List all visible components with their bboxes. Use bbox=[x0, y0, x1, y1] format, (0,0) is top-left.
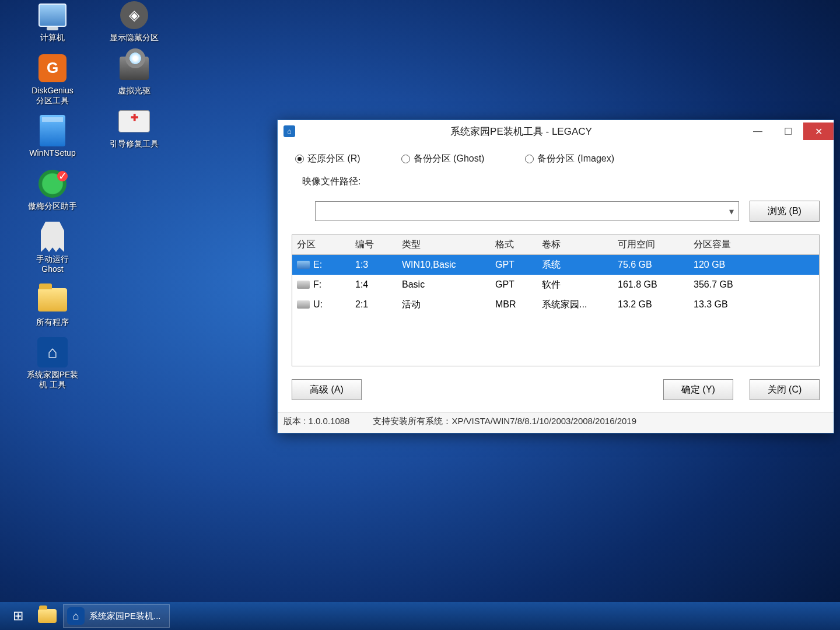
window-title: 系统家园PE装机工具 - LEGACY bbox=[300, 125, 743, 138]
ghosticon-icon bbox=[41, 222, 64, 252]
app-icon: ⌂ bbox=[284, 125, 295, 137]
desktop-icon-label: 引导修复工具 bbox=[110, 139, 159, 149]
desktop-icon-hidpart[interactable]: 显示隐藏分区 bbox=[99, 0, 169, 43]
status-bar: 版本 : 1.0.0.1088 支持安装所有系统：XP/VISTA/WIN7/8… bbox=[278, 412, 834, 433]
folder-icon bbox=[38, 288, 67, 312]
drive-icon bbox=[297, 281, 310, 289]
desktop-icon-folder[interactable]: 所有程序 bbox=[18, 285, 88, 327]
desktop-icon-monitor[interactable]: 计算机 bbox=[18, 0, 88, 43]
advanced-button[interactable]: 高级 (A) bbox=[292, 379, 362, 400]
diskg-icon: G bbox=[38, 54, 66, 82]
partition-table: 分区编号类型格式卷标可用空间分区容量 E:1:3WIN10,BasicGPT系统… bbox=[292, 235, 820, 366]
ok-button[interactable]: 确定 (Y) bbox=[663, 379, 733, 400]
titlebar[interactable]: ⌂ 系统家园PE装机工具 - LEGACY — ☐ ✕ bbox=[278, 120, 834, 142]
table-row[interactable]: F:1:4BasicGPT软件161.8 GB356.7 GB bbox=[292, 275, 819, 295]
desktop-icon-ghosticon[interactable]: 手动运行 Ghost bbox=[18, 222, 88, 274]
browse-button[interactable]: 浏览 (B) bbox=[750, 201, 820, 222]
monitor-icon bbox=[38, 4, 66, 27]
ntsetup-icon bbox=[40, 115, 65, 146]
column-header[interactable]: 编号 bbox=[351, 239, 397, 251]
desktop-icon-label: 显示隐藏分区 bbox=[110, 33, 159, 43]
desktop-icon-peinst[interactable]: 系统家园PE装 机 工具 bbox=[18, 337, 88, 390]
desktop-icon-label: 系统家园PE装 机 工具 bbox=[27, 370, 79, 390]
version-text: 1.0.0.1088 bbox=[309, 416, 350, 426]
desktop-icon-label: 虚拟光驱 bbox=[118, 86, 150, 96]
desktop-icon-cdrom[interactable]: 虚拟光驱 bbox=[99, 53, 169, 96]
column-header[interactable]: 分区 bbox=[292, 239, 351, 251]
taskbar-app-button[interactable]: 系统家园PE装机... bbox=[63, 604, 170, 628]
radio-backup-ghost[interactable]: 备份分区 (Ghost) bbox=[401, 153, 485, 165]
minimize-button[interactable]: — bbox=[743, 123, 773, 140]
taskbar: ⊞ 系统家园PE装机... bbox=[0, 602, 840, 630]
radio-restore[interactable]: 还原分区 (R) bbox=[295, 153, 360, 165]
start-button[interactable]: ⊞ bbox=[5, 604, 32, 628]
desktop-icon-label: 傲梅分区助手 bbox=[28, 201, 77, 211]
desktop-icon-label: DiskGenius 分区工具 bbox=[32, 86, 74, 106]
peinst-icon bbox=[37, 337, 68, 368]
drive-icon bbox=[297, 261, 310, 269]
cdrom-icon bbox=[120, 57, 149, 80]
column-header[interactable]: 格式 bbox=[491, 239, 537, 251]
desktop-icon-aomei[interactable]: 傲梅分区助手 bbox=[18, 169, 88, 211]
drive-icon bbox=[297, 300, 310, 309]
column-header[interactable]: 可用空间 bbox=[613, 239, 689, 251]
column-header[interactable]: 卷标 bbox=[537, 239, 613, 251]
desktop-icon-ntsetup[interactable]: WinNTSetup bbox=[18, 116, 88, 158]
image-path-combo[interactable]: ▾ bbox=[315, 201, 739, 221]
desktop-icon-toolbox[interactable]: 引导修复工具 bbox=[99, 106, 169, 149]
hidpart-icon bbox=[120, 1, 148, 29]
aomei-icon bbox=[38, 170, 66, 198]
table-row[interactable]: U:2:1活动MBR系统家园...13.2 GB13.3 GB bbox=[292, 295, 819, 314]
maximize-button[interactable]: ☐ bbox=[773, 123, 803, 140]
desktop-icon-label: 手动运行 Ghost bbox=[36, 254, 69, 274]
toolbox-icon bbox=[118, 110, 150, 132]
image-path-label: 映像文件路径: bbox=[302, 176, 360, 188]
close-button[interactable]: ✕ bbox=[803, 123, 834, 140]
desktop-icon-label: 所有程序 bbox=[36, 317, 69, 327]
support-text: 支持安装所有系统：XP/VISTA/WIN7/8/8.1/10/2003/200… bbox=[373, 416, 636, 427]
desktop-icon-label: WinNTSetup bbox=[29, 148, 75, 158]
column-header[interactable]: 分区容量 bbox=[689, 239, 771, 251]
close-dialog-button[interactable]: 关闭 (C) bbox=[750, 379, 820, 400]
desktop-icon-diskg[interactable]: GDiskGenius 分区工具 bbox=[18, 53, 88, 106]
installer-window: ⌂ 系统家园PE装机工具 - LEGACY — ☐ ✕ 还原分区 (R) 备份分… bbox=[277, 120, 834, 433]
taskbar-explorer[interactable] bbox=[35, 604, 60, 628]
desktop-icon-label: 计算机 bbox=[40, 33, 65, 43]
table-row[interactable]: E:1:3WIN10,BasicGPT系统75.6 GB120 GB bbox=[292, 255, 819, 275]
column-header[interactable]: 类型 bbox=[397, 239, 491, 251]
radio-backup-imagex[interactable]: 备份分区 (Imagex) bbox=[525, 153, 614, 165]
